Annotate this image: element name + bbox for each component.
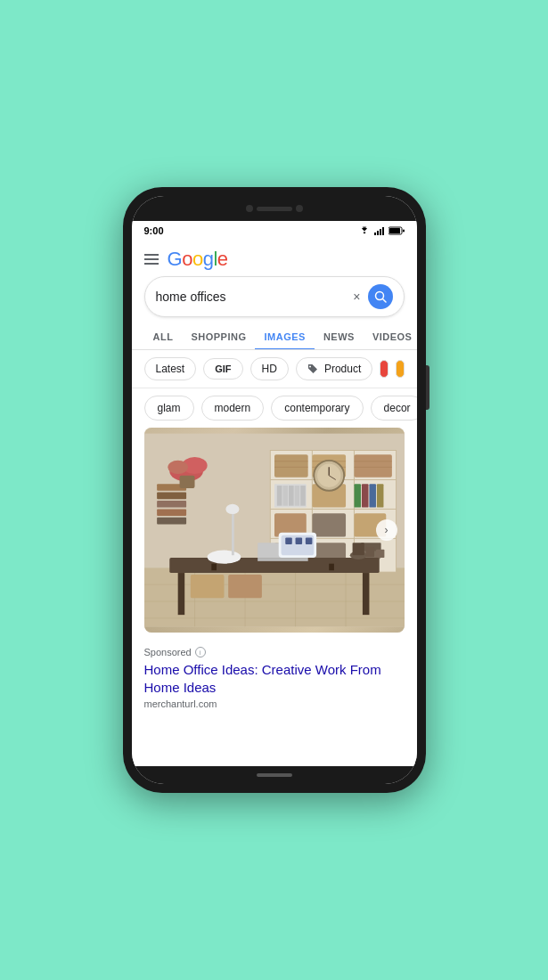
svg-rect-3 (382, 227, 384, 235)
svg-rect-26 (354, 454, 391, 477)
svg-rect-85 (228, 575, 262, 598)
search-clear-button[interactable]: × (353, 290, 360, 304)
svg-rect-67 (231, 509, 233, 555)
svg-rect-38 (300, 486, 306, 506)
info-symbol: i (200, 649, 201, 657)
battery-icon (389, 226, 405, 235)
camera-sensor (246, 205, 253, 212)
hamburger-line-1 (144, 254, 159, 256)
status-icons (358, 226, 405, 235)
app-header: Google (132, 241, 417, 276)
svg-rect-53 (157, 493, 186, 500)
hamburger-line-3 (144, 263, 159, 265)
home-indicator[interactable] (257, 773, 292, 777)
filter-latest-label: Latest (156, 363, 185, 375)
svg-rect-65 (329, 564, 334, 571)
phone-screen: 9:00 (132, 196, 417, 784)
svg-rect-55 (157, 509, 186, 516)
style-chip-modern[interactable]: modern (201, 396, 265, 421)
svg-rect-2 (380, 229, 381, 235)
svg-rect-43 (376, 484, 383, 507)
svg-rect-82 (365, 547, 373, 557)
style-chips-row: glam modern contemporary decor (132, 388, 417, 428)
filter-gif[interactable]: GIF (203, 358, 242, 380)
svg-rect-37 (294, 486, 299, 506)
phone-frame: 9:00 (123, 187, 426, 793)
svg-line-8 (382, 299, 386, 303)
filter-hd[interactable]: HD (250, 357, 289, 380)
svg-rect-75 (305, 537, 312, 544)
svg-rect-45 (312, 513, 346, 536)
filter-product[interactable]: Product (296, 357, 372, 380)
svg-rect-24 (274, 454, 308, 477)
svg-rect-35 (282, 486, 288, 506)
status-bar: 9:00 (132, 221, 417, 241)
sponsored-title[interactable]: Home Office Ideas: Creative Work From Ho… (144, 661, 405, 696)
sponsored-text: Sponsored (144, 647, 192, 657)
image-placeholder (144, 428, 405, 633)
search-query: home offices (156, 290, 354, 304)
svg-rect-70 (258, 558, 308, 561)
style-chip-glam[interactable]: glam (144, 396, 194, 421)
style-chip-decor[interactable]: decor (371, 396, 417, 421)
search-icon (374, 290, 387, 303)
desk-scene-svg (144, 428, 405, 633)
wifi-icon (358, 226, 371, 235)
tab-images[interactable]: IMAGES (255, 324, 314, 349)
status-time: 9:00 (144, 225, 164, 236)
image-result[interactable]: › (144, 428, 405, 633)
sponsored-url: merchanturl.com (144, 698, 405, 709)
svg-rect-81 (352, 543, 364, 555)
color-filter-orange[interactable] (396, 360, 405, 378)
svg-rect-54 (157, 501, 186, 508)
svg-rect-73 (285, 537, 292, 544)
svg-rect-63 (362, 573, 369, 615)
main-content: Google home offices × ALL SHOPPING IMAGE… (132, 241, 417, 766)
phone-top-notch (132, 196, 417, 221)
tab-news[interactable]: NEWS (315, 324, 364, 349)
svg-rect-41 (361, 484, 368, 507)
search-button[interactable] (368, 284, 393, 309)
filter-product-label: Product (324, 363, 361, 375)
google-logo: Google (168, 248, 228, 271)
camera-sensor-2 (296, 205, 303, 212)
style-chip-contemporary[interactable]: contemporary (271, 396, 363, 421)
signal-icon (374, 226, 385, 235)
svg-rect-6 (403, 230, 405, 233)
svg-rect-74 (295, 537, 302, 544)
filter-hd-label: HD (262, 363, 277, 375)
sponsored-label-row: Sponsored i (144, 647, 405, 657)
svg-rect-42 (369, 484, 376, 507)
svg-rect-0 (374, 233, 376, 235)
side-button (426, 365, 429, 410)
svg-rect-40 (354, 484, 361, 507)
hamburger-line-2 (144, 258, 159, 260)
color-filter-red[interactable] (380, 360, 389, 378)
filter-row: Latest GIF HD Product (132, 350, 417, 388)
svg-point-59 (168, 461, 188, 474)
svg-rect-60 (179, 476, 194, 488)
svg-rect-36 (289, 486, 294, 506)
search-bar[interactable]: home offices × (144, 276, 405, 317)
svg-point-66 (207, 551, 241, 564)
sponsored-section: Sponsored i Home Office Ideas: Creative … (132, 640, 417, 720)
svg-rect-5 (389, 228, 400, 233)
image-nav-arrow[interactable]: › (376, 519, 397, 541)
svg-rect-1 (377, 231, 379, 235)
tab-shopping[interactable]: SHOPPING (182, 324, 255, 349)
hamburger-menu[interactable] (144, 254, 159, 265)
phone-speaker (257, 207, 292, 211)
sponsored-info-button[interactable]: i (195, 647, 206, 657)
svg-rect-64 (211, 564, 217, 571)
svg-rect-62 (177, 573, 184, 615)
filter-gif-label: GIF (215, 363, 231, 374)
nav-tabs: ALL SHOPPING IMAGES NEWS VIDEOS (132, 324, 417, 350)
tab-all[interactable]: ALL (144, 324, 183, 349)
tag-icon (307, 363, 318, 374)
filter-latest[interactable]: Latest (144, 357, 197, 380)
svg-rect-56 (157, 518, 186, 525)
phone-bottom-bar (132, 766, 417, 784)
tab-videos[interactable]: VIDEOS (364, 324, 417, 349)
svg-rect-83 (375, 550, 383, 558)
svg-point-68 (225, 504, 239, 514)
